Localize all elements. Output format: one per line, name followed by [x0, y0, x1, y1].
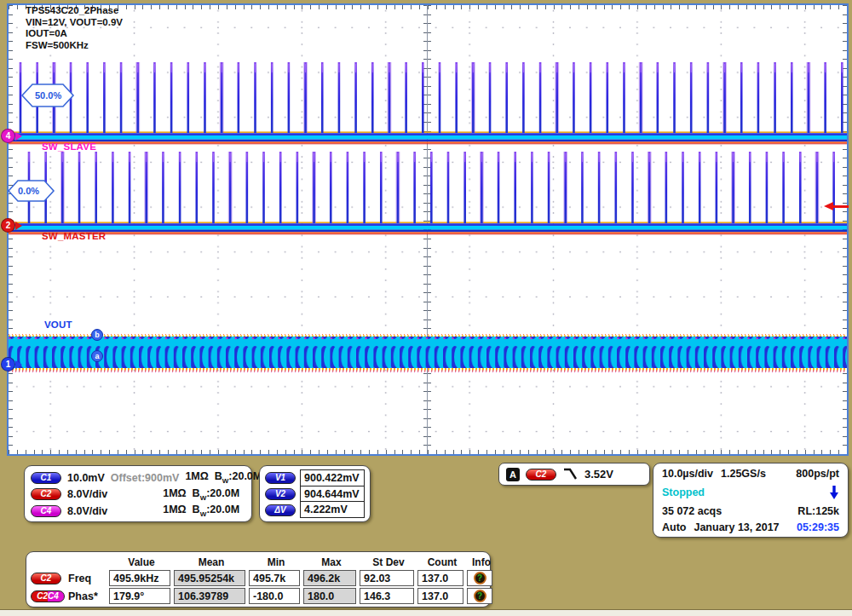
cursor-b-marker[interactable]: b [92, 330, 103, 341]
svg-text:b: b [95, 331, 100, 339]
record-length: RL:125k [797, 505, 839, 517]
meas-count: 137.0 [417, 570, 463, 586]
measurement-row-freq: C2 Freq 495.9kHz 495.95254k 495.7k 496.2… [31, 569, 486, 587]
sw-master-trace [9, 152, 847, 234]
percent-flag-0-label: 0.0% [18, 186, 39, 196]
acquisition-status: Stopped [662, 486, 705, 498]
channel-4-marker-arrow [15, 132, 22, 141]
sw-slave-trace [9, 62, 847, 144]
trigger-arrow-head [824, 202, 833, 210]
trigger-level-arrow[interactable] [820, 202, 849, 211]
annotation-line: VIN=12V, VOUT=0.9V [26, 17, 123, 29]
measurement-row-phase: C2C4 Phas* 179.9° 106.39789 -180.0 180.0… [31, 587, 486, 605]
trigger-readout-box[interactable]: A C2 3.52V [498, 463, 650, 486]
trace-label-vout: VOUT [44, 320, 72, 330]
percent-flag-50[interactable]: 50.0% [20, 82, 75, 109]
channel-4-position-marker[interactable]: 4 [1, 129, 15, 143]
info-icon[interactable]: ? [474, 572, 486, 584]
cursor-badge-dv[interactable]: ΔV [265, 504, 296, 516]
falling-edge-icon [562, 467, 579, 481]
user-annotation: TPS543C20_2Phase VIN=12V, VOUT=0.9V IOUT… [26, 5, 123, 51]
measurement-table-header: Value Mean Min Max St Dev Count Info [31, 555, 486, 569]
meas-name: Phas* [66, 590, 109, 602]
trigger-mode-badge: A [506, 468, 520, 481]
cursor-values-table: 900.422mV 904.644mV 4.222mV [300, 469, 365, 518]
trace-label-sw-slave: SW_SLAVE [42, 141, 96, 152]
position-down-arrow-icon[interactable] [829, 484, 839, 500]
percent-flag-50-label: 50.0% [35, 90, 61, 101]
trigger-level-value: 3.52V [584, 468, 613, 481]
meas-max: 496.2k [303, 570, 356, 586]
measurement-table: Value Mean Min Max St Dev Count Info C2 … [26, 551, 491, 607]
cursor-v1-value: 900.422mV [301, 470, 364, 486]
annotation-line: FSW=500KHz [26, 40, 123, 52]
trace-label-sw-master: SW_MASTER [42, 231, 106, 241]
meas-value: 495.9kHz [109, 570, 170, 586]
meas-source-badge: C2C4 [31, 590, 65, 602]
cursor-dv-value: 4.222mV [301, 502, 364, 517]
cursor-a-marker[interactable]: a [92, 351, 103, 362]
time: 05:29:35 [797, 521, 839, 533]
graticule: ba [7, 3, 849, 456]
channel-1-position-marker[interactable]: 1 [1, 357, 15, 371]
col-stdev: St Dev [360, 556, 417, 568]
c1-offset: Offset:900mV [111, 472, 180, 484]
channel-1-marker-arrow [15, 360, 22, 369]
col-count: Count [417, 556, 467, 568]
c4-coupling: 1MΩ BW:20.0M [163, 504, 239, 518]
meas-mean: 495.95254k [174, 570, 245, 586]
sample-rate: 1.25GS/s [721, 468, 766, 480]
timebase-box: 10.0µs/div 1.25GS/s 800ps/pt Stopped 35 … [653, 463, 849, 538]
col-max: Max [303, 556, 360, 568]
meas-source-badge: C2 [31, 573, 61, 584]
channel-row-c2[interactable]: C2 8.0V/div 1MΩ BW:20.0M [31, 487, 244, 502]
meas-min: 495.7k [249, 570, 300, 586]
cursor-v2-value: 904.644mV [301, 486, 364, 503]
channel-2-position-marker[interactable]: 2 [1, 218, 15, 233]
col-mean: Mean [174, 556, 249, 568]
channel-row-c1[interactable]: C1 10.0mV Offset:900mV 1MΩ BW:20.0M [31, 470, 244, 485]
vout-trace [9, 335, 847, 372]
waveform-canvas: ba [9, 5, 847, 454]
meas-count: 137.0 [417, 588, 463, 604]
meas-name: Freq [66, 573, 109, 584]
meas-max: 180.0 [303, 588, 356, 604]
trigger-source-badge: C2 [526, 469, 556, 481]
date: January 13, 2017 [694, 521, 779, 533]
bottom-strip [0, 609, 852, 616]
col-info: Info [467, 556, 496, 568]
channel-badge-c1[interactable]: C1 [31, 472, 61, 484]
trigger-mode: Auto [662, 521, 686, 533]
meas-min: -180.0 [249, 588, 300, 604]
cursor-badge-v1[interactable]: V1 [265, 472, 296, 484]
c1-coupling: 1MΩ BW:20.0M [185, 470, 262, 485]
meas-mean: 106.39789 [174, 588, 245, 604]
info-icon[interactable]: ? [474, 590, 486, 602]
col-value: Value [109, 556, 174, 568]
percent-flag-0[interactable]: 0.0% [8, 178, 55, 204]
c2-coupling: 1MΩ BW:20.0M [163, 487, 239, 502]
horizontal-scale: 10.0µs/div [662, 468, 713, 480]
meas-stdev: 92.03 [360, 570, 414, 586]
annotation-line: IOUT=0A [26, 28, 123, 40]
acquisition-count: 35 072 acqs [662, 505, 722, 517]
c4-scale: 8.0V/div [67, 505, 107, 517]
cursor-readout-box: V1 V2 ΔV 900.422mV 904.644mV 4.222mV [259, 465, 371, 522]
channel-2-marker-arrow [15, 222, 22, 230]
channel-row-c4[interactable]: C4 8.0V/div 1MΩ BW:20.0M [31, 504, 244, 518]
channel-badge-c4[interactable]: C4 [31, 505, 61, 517]
c1-scale: 10.0mV [67, 472, 105, 484]
meas-stdev: 146.3 [360, 588, 414, 604]
sample-resolution: 800ps/pt [796, 468, 839, 480]
col-min: Min [249, 556, 303, 568]
channel-badge-c2[interactable]: C2 [31, 488, 61, 500]
c2-scale: 8.0V/div [67, 488, 107, 500]
channel-settings-box: C1 10.0mV Offset:900mV 1MΩ BW:20.0M C2 8… [24, 465, 252, 522]
annotation-line: TPS543C20_2Phase [26, 5, 123, 17]
trigger-arrow-tail [832, 205, 849, 208]
meas-value: 179.9° [109, 588, 170, 604]
cursor-badge-v2[interactable]: V2 [265, 488, 296, 500]
